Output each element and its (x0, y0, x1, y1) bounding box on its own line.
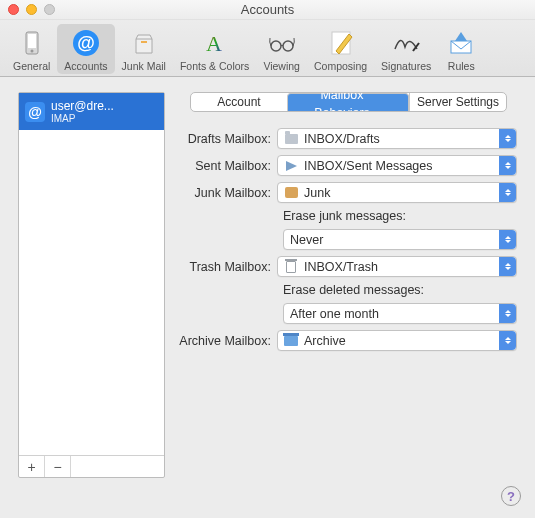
preferences-toolbar: General @ Accounts Junk Mail A Fonts & C… (0, 20, 535, 77)
junk-box-icon (284, 186, 298, 200)
trash-icon (284, 260, 298, 274)
sent-mailbox-select[interactable]: INBOX/Sent Messages (277, 155, 517, 176)
erase-junk-select[interactable]: Never (283, 229, 517, 250)
composing-icon (325, 27, 357, 59)
add-account-button[interactable]: + (19, 456, 45, 477)
mailbox-behaviors-form: Drafts Mailbox: INBOX/Drafts Sent Mailbo… (175, 128, 517, 357)
tab-server-settings[interactable]: Server Settings (409, 93, 506, 111)
window-title: Accounts (0, 2, 535, 17)
account-protocol: IMAP (51, 113, 114, 124)
account-text: user@dre... IMAP (51, 99, 114, 124)
svg-text:@: @ (77, 33, 95, 53)
svg-point-8 (283, 41, 293, 51)
erase-junk-label: Erase junk messages: (283, 209, 406, 223)
folder-icon (284, 132, 298, 146)
archive-value: Archive (304, 334, 346, 348)
junk-mail-icon (128, 27, 160, 59)
junk-label: Junk Mailbox: (175, 186, 277, 200)
toolbar-item-accounts[interactable]: @ Accounts (57, 24, 114, 74)
toolbar-label: General (13, 60, 50, 72)
svg-rect-5 (141, 41, 147, 43)
tab-mailbox-behaviors[interactable]: Mailbox Behaviors (287, 93, 409, 112)
trash-value: INBOX/Trash (304, 260, 378, 274)
drafts-value: INBOX/Drafts (304, 132, 380, 146)
accounts-list: @ user@dre... IMAP + − (18, 92, 165, 478)
archive-label: Archive Mailbox: (175, 334, 277, 348)
junk-mailbox-select[interactable]: Junk (277, 182, 517, 203)
toolbar-item-rules[interactable]: Rules (438, 24, 484, 74)
chevron-updown-icon (499, 156, 516, 175)
svg-rect-1 (28, 34, 36, 48)
sidebar-spacer (71, 456, 164, 477)
content-area: @ user@dre... IMAP + − Account Informati… (0, 78, 535, 518)
toolbar-item-viewing[interactable]: Viewing (256, 24, 307, 74)
erase-deleted-select[interactable]: After one month (283, 303, 517, 324)
at-icon: @ (25, 102, 45, 122)
general-icon (16, 27, 48, 59)
svg-text:A: A (206, 31, 222, 56)
chevron-updown-icon (499, 129, 516, 148)
chevron-updown-icon (499, 331, 516, 350)
account-name: user@dre... (51, 99, 114, 113)
chevron-updown-icon (499, 230, 516, 249)
toolbar-label: Signatures (381, 60, 431, 72)
tab-account-information[interactable]: Account Information (191, 93, 287, 111)
zoom-window-button (44, 4, 55, 15)
settings-tabs: Account Information Mailbox Behaviors Se… (190, 92, 507, 112)
drafts-mailbox-select[interactable]: INBOX/Drafts (277, 128, 517, 149)
window-controls (8, 4, 55, 15)
signatures-icon (390, 27, 422, 59)
toolbar-item-junk-mail[interactable]: Junk Mail (115, 24, 173, 74)
accounts-icon: @ (70, 27, 102, 59)
toolbar-label: Accounts (64, 60, 107, 72)
trash-mailbox-select[interactable]: INBOX/Trash (277, 256, 517, 277)
toolbar-label: Fonts & Colors (180, 60, 249, 72)
help-button[interactable]: ? (501, 486, 521, 506)
trash-label: Trash Mailbox: (175, 260, 277, 274)
toolbar-label: Composing (314, 60, 367, 72)
rules-icon (445, 27, 477, 59)
viewing-icon (266, 27, 298, 59)
toolbar-label: Viewing (263, 60, 300, 72)
junk-value: Junk (304, 186, 330, 200)
toolbar-label: Rules (448, 60, 475, 72)
svg-point-7 (271, 41, 281, 51)
drafts-label: Drafts Mailbox: (175, 132, 277, 146)
remove-account-button[interactable]: − (45, 456, 71, 477)
toolbar-item-general[interactable]: General (6, 24, 57, 74)
svg-point-2 (30, 50, 33, 53)
archive-box-icon (284, 334, 298, 348)
sent-value: INBOX/Sent Messages (304, 159, 433, 173)
toolbar-item-signatures[interactable]: Signatures (374, 24, 438, 74)
sent-label: Sent Mailbox: (175, 159, 277, 173)
paper-plane-icon (284, 159, 298, 173)
account-row[interactable]: @ user@dre... IMAP (19, 93, 164, 130)
toolbar-item-composing[interactable]: Composing (307, 24, 374, 74)
toolbar-item-fonts-colors[interactable]: A Fonts & Colors (173, 24, 256, 74)
title-bar: Accounts (0, 0, 535, 20)
toolbar-label: Junk Mail (122, 60, 166, 72)
sidebar-toolbar: + − (19, 455, 164, 477)
chevron-updown-icon (499, 304, 516, 323)
erase-deleted-value: After one month (290, 307, 379, 321)
erase-deleted-label: Erase deleted messages: (283, 283, 424, 297)
fonts-colors-icon: A (199, 27, 231, 59)
close-window-button[interactable] (8, 4, 19, 15)
erase-junk-value: Never (290, 233, 323, 247)
chevron-updown-icon (499, 183, 516, 202)
minimize-window-button[interactable] (26, 4, 37, 15)
archive-mailbox-select[interactable]: Archive (277, 330, 517, 351)
chevron-updown-icon (499, 257, 516, 276)
